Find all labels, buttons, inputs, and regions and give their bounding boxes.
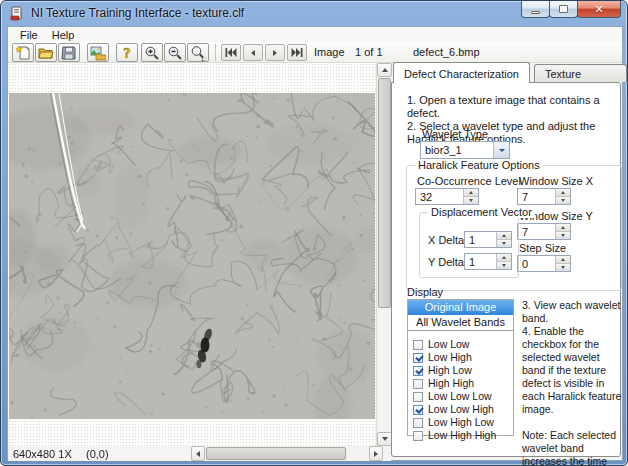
zoom-out-button[interactable] [164, 43, 186, 62]
close-button[interactable]: ✕ [577, 1, 621, 18]
window-size-x-label: Window Size X [519, 175, 593, 187]
wavelet-band-row[interactable]: Low High High [408, 429, 513, 442]
spin-down-icon [469, 199, 473, 202]
wavelet-band-row[interactable]: Low Low Low [408, 390, 513, 403]
scroll-left-icon [196, 451, 200, 457]
wavelet-band-row[interactable]: Low High Low [408, 416, 513, 429]
y-delta-spinner[interactable]: 1 [464, 253, 512, 270]
wavelet-type-combobox[interactable]: bior3_1 [420, 141, 510, 159]
spin-down-icon [502, 242, 506, 245]
menu-help[interactable]: Help [46, 28, 81, 42]
minimize-icon [531, 11, 540, 14]
minimize-button[interactable] [521, 1, 550, 18]
vertical-scrollbar[interactable] [376, 63, 391, 446]
close-icon: ✕ [594, 3, 603, 16]
co-occurrence-spinner[interactable]: 32 [415, 188, 479, 205]
spinner-arrows[interactable] [496, 254, 511, 269]
maximize-icon [559, 5, 568, 13]
checkbox[interactable] [413, 405, 423, 415]
spinner-arrows[interactable] [555, 256, 570, 271]
image-filename: defect_6.bmp [413, 46, 480, 58]
wavelet-band-row[interactable]: High High [408, 377, 513, 390]
wavelet-band-row[interactable]: High Low [408, 364, 513, 377]
viewer-status-bar: 640x480 1X (0,0) [8, 446, 391, 461]
help-button[interactable]: ? [116, 43, 138, 62]
last-image-icon [291, 48, 303, 57]
window-size-x-value[interactable]: 7 [518, 189, 555, 204]
wavelet-band-row[interactable]: Low Low High [408, 403, 513, 416]
scroll-left-button[interactable] [191, 446, 205, 461]
displacement-vector-group: Displacement Vector X Delta 1 Y Delta 1 [419, 212, 519, 278]
scroll-right-button[interactable] [369, 446, 383, 461]
menu-file[interactable]: File [14, 28, 44, 42]
checkbox[interactable] [413, 418, 423, 428]
first-image-button[interactable] [221, 44, 241, 61]
spin-down-icon [561, 199, 565, 202]
next-image-button[interactable] [265, 44, 285, 61]
step-size-label: Step Size [519, 242, 566, 254]
checkbox[interactable] [413, 366, 423, 376]
open-button[interactable] [35, 43, 57, 62]
svg-text:1:1: 1:1 [201, 55, 206, 61]
window-size-x-spinner[interactable]: 7 [517, 188, 571, 205]
maximize-button[interactable] [549, 1, 578, 18]
help-icon: ? [119, 45, 135, 61]
wavelet-band-row[interactable]: Low High [408, 351, 513, 364]
x-delta-value[interactable]: 1 [465, 232, 496, 247]
zoom-1-to-1-button[interactable]: 1:1 [187, 43, 209, 62]
scroll-down-icon [382, 437, 388, 441]
display-mode-all-wavelet-bands[interactable]: All Wavelet Bands [408, 315, 513, 330]
checkbox[interactable] [413, 431, 423, 441]
tab-defect-characterization[interactable]: Defect Characterization [393, 62, 530, 83]
spinner-arrows[interactable] [555, 224, 570, 239]
texture-image[interactable] [9, 93, 375, 419]
window-title: NI Texture Training Interface - texture.… [31, 6, 244, 20]
spin-down-icon [502, 264, 506, 267]
chevron-down-icon [499, 149, 505, 152]
spin-up-icon [502, 256, 506, 259]
x-delta-spinner[interactable]: 1 [464, 231, 512, 248]
window-size-y-value[interactable]: 7 [518, 224, 555, 239]
display-listbox[interactable]: Original Image All Wavelet Bands Low Low… [407, 299, 514, 436]
display-mode-original-image[interactable]: Original Image [408, 300, 513, 315]
horizontal-scroll-thumb[interactable] [206, 447, 346, 460]
new-document-button[interactable] [12, 43, 34, 62]
step-size-value[interactable]: 0 [518, 256, 555, 271]
checkbox[interactable] [413, 340, 423, 350]
displacement-group-label: Displacement Vector [428, 206, 535, 218]
zoom-in-icon [144, 45, 160, 61]
tab-texture-classifier[interactable]: Texture Classifier [534, 64, 627, 82]
image-count: 1 of 1 [355, 46, 383, 58]
zoom-in-button[interactable] [141, 43, 163, 62]
haralick-options-group: Haralick Feature Options Co-Occurrence L… [406, 165, 622, 291]
wavelet-band-row[interactable]: Low Low [408, 338, 513, 351]
import-image-button[interactable] [87, 43, 109, 62]
import-image-icon [90, 45, 106, 61]
last-image-button[interactable] [287, 44, 307, 61]
image-viewer[interactable]: 640x480 1X (0,0) [8, 63, 391, 461]
checkbox[interactable] [413, 379, 423, 389]
checkbox[interactable] [413, 392, 423, 402]
open-folder-icon [38, 45, 54, 61]
previous-image-button[interactable] [243, 44, 263, 61]
spinner-arrows[interactable] [463, 189, 478, 204]
vertical-scroll-thumb[interactable] [378, 78, 391, 308]
spinner-arrows[interactable] [555, 189, 570, 204]
previous-image-icon [251, 50, 255, 56]
scroll-up-button[interactable] [377, 63, 392, 77]
combobox-dropdown-button[interactable] [493, 142, 509, 158]
co-occurrence-value[interactable]: 32 [416, 189, 463, 204]
image-label: Image [314, 46, 345, 58]
horizontal-scrollbar[interactable] [191, 446, 383, 461]
step-size-spinner[interactable]: 0 [517, 255, 571, 272]
display-label: Display [407, 286, 443, 298]
spinner-arrows[interactable] [496, 232, 511, 247]
title-bar[interactable]: NI Texture Training Interface - texture.… [1, 1, 628, 26]
save-button[interactable] [58, 43, 80, 62]
window-size-y-spinner[interactable]: 7 [517, 223, 571, 240]
scroll-down-button[interactable] [377, 432, 392, 446]
app-icon [10, 6, 25, 21]
checkbox[interactable] [413, 353, 423, 363]
new-document-icon [15, 45, 31, 61]
y-delta-value[interactable]: 1 [465, 254, 496, 269]
